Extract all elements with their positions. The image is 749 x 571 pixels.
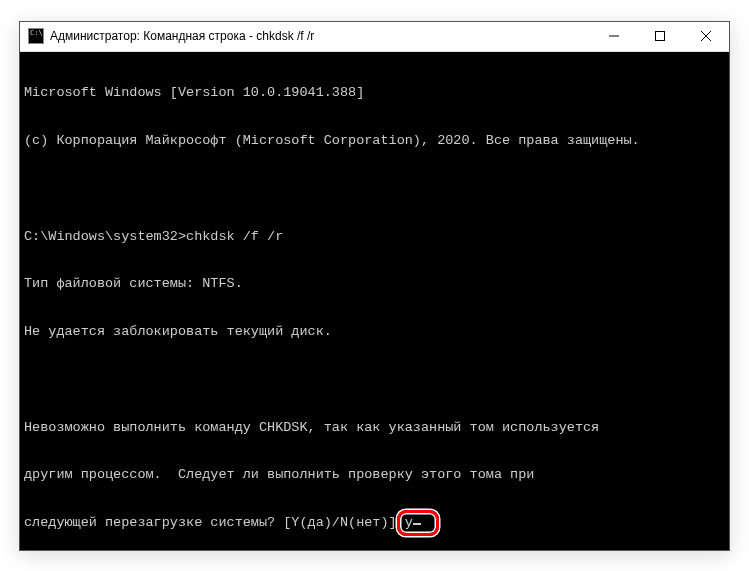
version-line: Microsoft Windows [Version 10.0.19041.38… [24,85,725,101]
output-line-4: другим процессом. Следует ли выполнить п… [24,467,725,483]
question-prompt: следующей перезагрузке системы? [Y(да)/N… [24,515,405,530]
svg-rect-1 [656,32,665,41]
minimize-button[interactable] [591,22,637,51]
command-line: C:\Windows\system32>chkdsk /f /r [24,229,725,245]
output-line-3: Невозможно выполнить команду CHKDSK, так… [24,420,725,436]
close-button[interactable] [683,22,729,51]
cursor-icon [413,523,421,525]
prompt: C:\Windows\system32> [24,229,186,244]
maximize-button[interactable] [637,22,683,51]
output-line-2: Не удается заблокировать текущий диск. [24,324,725,340]
terminal-area[interactable]: Microsoft Windows [Version 10.0.19041.38… [20,52,729,550]
titlebar[interactable]: Администратор: Командная строка - chkdsk… [20,22,729,52]
user-input-wrapper: y [405,515,421,531]
cmd-icon [28,28,44,44]
window-controls [591,22,729,51]
command-prompt-window: Администратор: Командная строка - chkdsk… [19,21,730,551]
typed-command: chkdsk /f /r [186,229,283,244]
copyright-line: (c) Корпорация Майкрософт (Microsoft Cor… [24,133,725,149]
output-line-1: Тип файловой системы: NTFS. [24,276,725,292]
window-title: Администратор: Командная строка - chkdsk… [50,29,591,43]
prompt-line: следующей перезагрузке системы? [Y(да)/N… [24,515,725,531]
user-response: y [405,515,413,530]
